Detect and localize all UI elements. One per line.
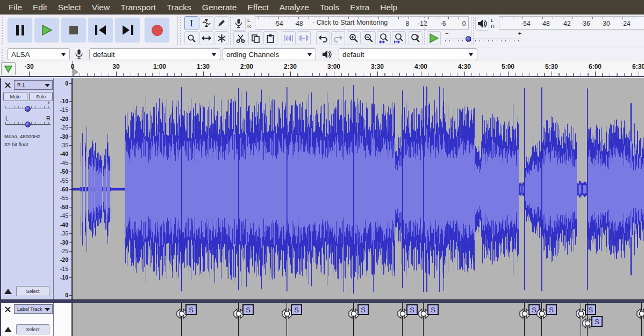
timeline-options-button[interactable] bbox=[1, 62, 16, 75]
label-track-area[interactable]: SSSSSSSSSSS bbox=[73, 303, 644, 336]
db-label: -30 bbox=[60, 239, 68, 246]
label-text-box[interactable]: S bbox=[406, 304, 418, 315]
gain-slider[interactable]: − + bbox=[4, 100, 52, 114]
menu-transport[interactable]: Transport bbox=[115, 1, 161, 14]
menu-view[interactable]: View bbox=[87, 1, 115, 14]
play-at-speed-grip[interactable] bbox=[424, 16, 426, 45]
stop-button[interactable] bbox=[61, 17, 87, 43]
record-meter[interactable]: -54-48- Click to Start Monitoring8-12-60 bbox=[255, 16, 469, 30]
device-toolbar-grip[interactable] bbox=[1, 48, 4, 61]
gain-minus-label: − bbox=[5, 100, 9, 106]
fit-project-button[interactable] bbox=[392, 31, 406, 45]
magnifier-icon bbox=[187, 34, 196, 43]
menu-tracks[interactable]: Tracks bbox=[161, 1, 197, 14]
zoom-out-button[interactable] bbox=[362, 31, 376, 45]
pan-slider-thumb[interactable] bbox=[25, 121, 31, 127]
db-label: -10 bbox=[60, 98, 68, 104]
tools-toolbar-grip[interactable] bbox=[180, 16, 182, 45]
timeline-minor-ticks bbox=[73, 73, 644, 76]
zoom-in-button[interactable] bbox=[347, 31, 361, 45]
collapse-track-button[interactable] bbox=[2, 287, 14, 296]
menu-help[interactable]: Help bbox=[375, 1, 403, 14]
timeline-major-tick bbox=[29, 72, 30, 76]
db-label: -15 bbox=[60, 106, 68, 113]
waveform-canvas[interactable] bbox=[73, 78, 644, 299]
waveform-track[interactable] bbox=[73, 78, 644, 299]
label-text-box[interactable]: S bbox=[427, 304, 439, 315]
copy-button[interactable] bbox=[248, 31, 262, 45]
close-track-button[interactable] bbox=[3, 80, 12, 90]
skip-to-start-button[interactable] bbox=[88, 17, 113, 43]
paste-button[interactable] bbox=[263, 31, 277, 45]
close-label-track-button[interactable] bbox=[3, 304, 12, 314]
menu-edit[interactable]: Edit bbox=[27, 1, 53, 14]
undo-button[interactable] bbox=[316, 31, 330, 45]
audio-host-select[interactable]: ALSA bbox=[8, 48, 70, 60]
microphone-icon bbox=[235, 18, 242, 29]
play-at-speed-button[interactable] bbox=[427, 31, 441, 45]
label-track-name-dropdown[interactable]: Label Track bbox=[14, 304, 53, 314]
menu-extra[interactable]: Extra bbox=[345, 1, 375, 14]
zoom-toggle-button[interactable] bbox=[409, 31, 423, 45]
recording-channels-select[interactable]: ording Channels bbox=[223, 48, 316, 60]
label-text-box[interactable]: S bbox=[357, 304, 369, 315]
timeshift-tool-button[interactable] bbox=[199, 31, 213, 45]
label-text-box[interactable]: S bbox=[591, 316, 603, 327]
toolbar-separator bbox=[345, 16, 345, 46]
multi-tool-button[interactable] bbox=[214, 31, 228, 45]
skip-to-end-button[interactable] bbox=[115, 17, 140, 43]
play-button[interactable] bbox=[34, 17, 60, 43]
gain-slider-thumb[interactable] bbox=[25, 106, 31, 112]
menu-effect[interactable]: Effect bbox=[242, 1, 274, 14]
track-name-dropdown[interactable]: R 1 bbox=[14, 80, 53, 90]
play-meter-speaker-button[interactable] bbox=[475, 17, 489, 31]
menu-file[interactable]: File bbox=[3, 1, 27, 14]
record-button[interactable] bbox=[144, 17, 170, 43]
db-vertical-ruler[interactable]: 0-10-15-20-25-30-35-40-45-50-55-60-55-50… bbox=[54, 78, 73, 299]
collapse-label-track-button[interactable] bbox=[2, 325, 14, 334]
draw-tool-button[interactable] bbox=[214, 16, 228, 30]
menu-select[interactable]: Select bbox=[53, 1, 87, 14]
label-track-select-button[interactable]: Select bbox=[16, 324, 49, 334]
label-track-control-panel[interactable]: Label Track Select bbox=[0, 303, 54, 336]
db-tick bbox=[69, 83, 71, 84]
db-tick bbox=[69, 189, 71, 190]
timeline-ruler[interactable]: -300301:001:302:002:303:003:304:004:305:… bbox=[0, 61, 644, 77]
track-select-button[interactable]: Select bbox=[16, 286, 49, 296]
db-tick bbox=[69, 127, 71, 128]
transport-toolbar-grip[interactable] bbox=[1, 16, 4, 45]
playback-meter[interactable]: -54-48-42-36-30-24 bbox=[499, 16, 644, 30]
track-divider[interactable] bbox=[0, 299, 644, 303]
timeline-major-tick bbox=[508, 72, 509, 76]
label-text-box[interactable]: S bbox=[185, 304, 197, 315]
pinned-play-icon bbox=[4, 65, 13, 73]
pan-slider[interactable]: L R bbox=[4, 116, 52, 130]
meter-tick-label: -36 bbox=[581, 20, 590, 27]
pause-button[interactable] bbox=[7, 17, 33, 43]
fit-selection-button[interactable] bbox=[377, 31, 391, 45]
selection-tool-button[interactable]: I bbox=[184, 16, 198, 30]
label-text-box[interactable]: S bbox=[291, 304, 302, 315]
label-text-box[interactable]: S bbox=[546, 304, 557, 315]
timeline-major-tick bbox=[73, 72, 73, 76]
redo-button[interactable] bbox=[331, 31, 345, 45]
timeline-label: 30 bbox=[112, 63, 119, 70]
record-meter-mic-button[interactable] bbox=[232, 17, 246, 31]
playback-speed-slider[interactable]: − + bbox=[443, 31, 524, 46]
cut-button[interactable] bbox=[233, 31, 247, 45]
zoom-tool-button[interactable] bbox=[184, 31, 198, 45]
silence-selection-button[interactable] bbox=[297, 31, 311, 45]
menu-tools[interactable]: Tools bbox=[314, 1, 345, 14]
label-marker-handle[interactable] bbox=[636, 308, 644, 320]
menu-analyze[interactable]: Analyze bbox=[274, 1, 314, 14]
menu-generate[interactable]: Generate bbox=[197, 1, 242, 14]
playback-device-select[interactable]: default bbox=[339, 48, 477, 60]
recording-device-select[interactable]: default bbox=[89, 48, 220, 60]
device-toolbar: ALSA default ording Channels default bbox=[0, 47, 644, 61]
db-label: -15 bbox=[60, 266, 68, 272]
trim-outside-selection-button[interactable] bbox=[282, 31, 296, 45]
envelope-tool-button[interactable] bbox=[199, 16, 213, 30]
track-control-panel[interactable]: R 1 Mute Solo − + L R Mono, 48000Hz 32-b… bbox=[0, 78, 54, 299]
monitor-prompt[interactable]: - Click to Start Monitoring bbox=[311, 19, 389, 26]
label-text-box[interactable]: S bbox=[242, 304, 254, 315]
